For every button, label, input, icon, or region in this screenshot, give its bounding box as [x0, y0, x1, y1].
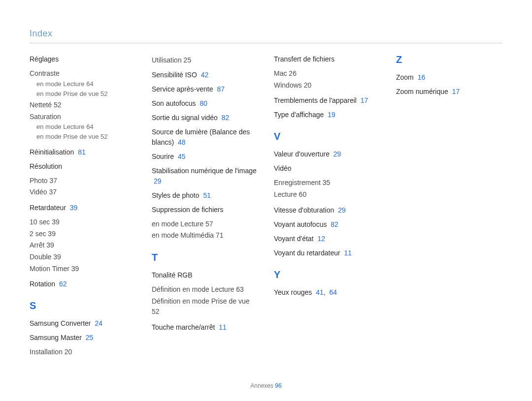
sub-saturation: Saturation: [30, 112, 136, 123]
entry-reinit: Réinitialisation: [30, 148, 74, 156]
entry-tonalite: Tonalité RGB: [152, 271, 192, 279]
entry-rotation: Rotation: [30, 280, 55, 288]
entry-transfert: Transfert de fichiers: [274, 55, 334, 63]
entry-suppression: Suppression de fichiers: [152, 206, 224, 214]
sub-2s: 2 sec 39: [30, 229, 136, 240]
sub-arret: Arrêt 39: [30, 240, 136, 251]
entry-voyant-etat: Voyant d'état: [274, 235, 314, 243]
section-letter-t: T: [152, 252, 258, 263]
entry-samsung-converter: Samsung Converter: [30, 319, 91, 327]
entry-resolution: Résolution: [30, 162, 62, 170]
entry-valeur-ouverture: Valeur d'ouverture: [274, 150, 330, 158]
subsub-contraste-lecture: en mode Lecture 64: [36, 79, 136, 89]
entry-reglages: Réglages: [30, 55, 59, 63]
sub-mac: Mac 26: [274, 68, 380, 79]
sub-lecture: Lecture 60: [274, 189, 380, 200]
sub-utilisation: Utilisation 25: [152, 55, 258, 66]
subsub-sat-prise: en mode Prise de vue 52: [36, 132, 136, 142]
entry-samsung-master: Samsung Master: [30, 334, 82, 341]
column-2: Utilisation 25 Sensibilité ISO 42 Servic…: [152, 54, 258, 358]
sub-photo: Photo 37: [30, 176, 136, 186]
entry-zoom: Zoom: [396, 73, 414, 81]
entry-tremblements: Tremblements de l'appareil: [274, 96, 357, 104]
entry-voyant-retardateur: Voyant du retardateur: [274, 249, 340, 257]
entry-source-lumiere: Source de lumière (Balance des blancs): [152, 128, 250, 146]
footer-label: Annexes: [250, 382, 273, 389]
sub-motion-timer: Motion Timer 39: [30, 264, 136, 275]
sub-suppr-lecture: en mode Lecture 57: [152, 219, 258, 230]
page-footer: Annexes 96: [0, 382, 532, 389]
section-letter-s: S: [30, 300, 136, 311]
subsub-contraste-prise: en mode Prise de vue 52: [36, 89, 136, 99]
sub-nettete: Netteté 52: [30, 100, 136, 111]
entry-retardateur: Retardateur: [30, 204, 66, 212]
entry-son-autofocus: Son autofocus: [152, 99, 196, 107]
sub-ton-lecture: Définition en mode Lecture 63: [152, 284, 258, 295]
sub-enregistrement: Enregistrement 35: [274, 178, 380, 188]
sub-double: Double 39: [30, 252, 136, 263]
footer-page-number: 96: [275, 382, 281, 389]
section-letter-y: Y: [274, 269, 380, 280]
page-reinit: 81: [78, 148, 86, 156]
entry-touche-marche: Touche marche/arrêt: [152, 323, 215, 331]
index-columns: Réglages Contraste en mode Lecture 64 en…: [30, 54, 502, 358]
column-4: Z Zoom 16 Zoom numérique 17: [396, 54, 502, 358]
sub-ton-prise: Définition en mode Prise de vue 52: [152, 296, 258, 317]
sub-installation: Installation 20: [30, 347, 136, 358]
entry-styles-photo: Styles de photo: [152, 191, 200, 199]
entry-vitesse-obturation: Vitesse d'obturation: [274, 206, 334, 214]
section-letter-v: V: [274, 131, 380, 142]
entry-type-affichage: Type d'affichage: [274, 111, 324, 119]
entry-zoom-numerique: Zoom numérique: [396, 88, 448, 95]
entry-sav: Service après-vente: [152, 85, 213, 93]
subsub-sat-lecture: en mode Lecture 64: [36, 122, 136, 132]
entry-sortie-video: Sortie du signal vidéo: [152, 114, 218, 122]
column-3: Transfert de fichiers Mac 26 Windows 20 …: [274, 54, 380, 358]
sub-windows: Windows 20: [274, 80, 380, 91]
section-letter-z: Z: [396, 54, 502, 65]
entry-iso: Sensibilité ISO: [152, 71, 197, 79]
sub-video: Vidéo 37: [30, 187, 136, 198]
column-1: Réglages Contraste en mode Lecture 64 en…: [30, 54, 136, 358]
sub-suppr-multimedia: en mode Multimédia 71: [152, 230, 258, 241]
entry-voyant-autofocus: Voyant autofocus: [274, 220, 327, 228]
entry-stabilisation: Stabilisation numérique de l'image: [152, 167, 257, 175]
sub-10s: 10 sec 39: [30, 217, 136, 228]
sub-contraste: Contraste: [30, 68, 136, 79]
entry-sourire: Sourire: [152, 153, 174, 160]
entry-video: Vidéo: [274, 164, 292, 172]
entry-yeux-rouges: Yeux rouges 41, 64: [274, 287, 380, 298]
page-header: Index: [30, 29, 502, 43]
